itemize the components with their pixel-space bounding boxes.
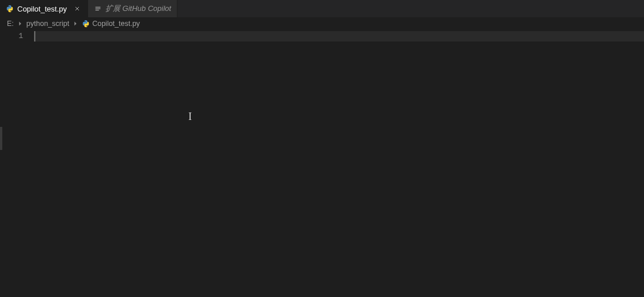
breadcrumb-folder[interactable]: python_script (26, 20, 69, 28)
tabs-bar: Copilot_test.py 扩展 GitHub Copilot (0, 0, 644, 17)
extension-icon (94, 5, 102, 13)
tab-label: 扩展 GitHub Copilot (105, 3, 171, 14)
tab-extension-copilot[interactable]: 扩展 GitHub Copilot (88, 0, 177, 17)
breadcrumb-file[interactable]: Copilot_test.py (82, 20, 140, 28)
line-gutter: 1 (0, 30, 33, 297)
python-icon (82, 20, 90, 28)
chevron-right-icon (71, 20, 79, 28)
breadcrumb-root[interactable]: E: (7, 20, 14, 28)
close-icon[interactable] (73, 4, 82, 13)
breadcrumb-folder-label: python_script (26, 20, 69, 28)
text-cursor (35, 31, 35, 42)
chevron-right-icon (16, 20, 24, 28)
breadcrumb-root-label: E: (7, 20, 14, 28)
tab-label: Copilot_test.py (17, 5, 67, 13)
python-icon (6, 5, 14, 13)
line-number: 1 (0, 31, 23, 42)
code-editor[interactable] (33, 30, 644, 297)
tab-copilot-test[interactable]: Copilot_test.py (0, 0, 88, 17)
current-line-highlight (33, 31, 644, 42)
breadcrumb: E: python_script Copilot_test.py (0, 17, 644, 30)
breadcrumb-file-label: Copilot_test.py (92, 20, 140, 28)
scrollbar-marker (0, 127, 2, 150)
editor-area: 1 (0, 30, 644, 297)
